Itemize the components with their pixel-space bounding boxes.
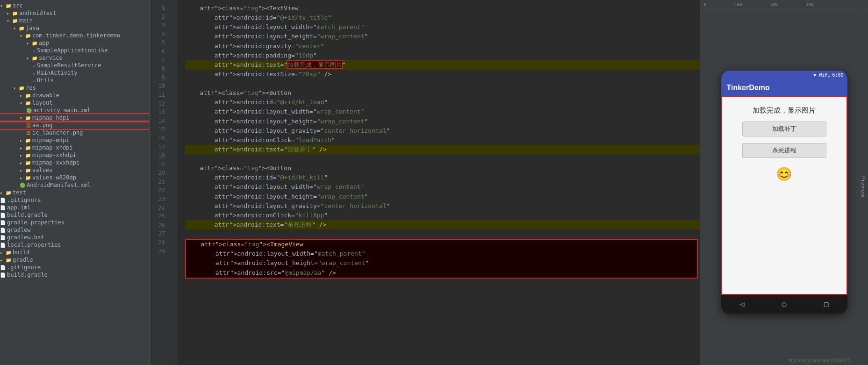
tree-label-com: com.tinker.demo.tinkerdemo [32, 32, 120, 39]
tree-item-main[interactable]: ▾ 📁main [0, 17, 149, 24]
ruler: 0 100 200 300 [700, 0, 868, 9]
code-line-22: attr">android:layout_gravity="center_hor… [185, 201, 700, 211]
tree-label-build_gradle: build.gradle [7, 212, 48, 218]
file-tree[interactable]: ▾ 📁src▸ 📁androidTest▾ 📁main▾ 📁java▾ 📁com… [0, 0, 150, 365]
tree-item-androidTest[interactable]: ▸ 📁androidTest [0, 9, 149, 17]
nav-home-icon[interactable]: ○ [782, 300, 787, 308]
nav-back-icon[interactable]: ◁ [740, 300, 745, 308]
tree-label-gitignore1: .gitignore [7, 197, 41, 203]
tree-item-build_gradle2[interactable]: 📄 build.gradle [0, 271, 149, 279]
tree-icon-service: ▾ 📁 [26, 56, 37, 61]
tree-item-build_gradle[interactable]: 📄 build.gradle [0, 211, 149, 219]
code-line-1: attr">class="tag"><TextView [185, 4, 700, 13]
tree-item-gradle_properties[interactable]: 📄 gradle.properties [0, 219, 149, 226]
tree-label-app: app [39, 40, 49, 46]
tree-icon-gradlew_bat: 📄 [0, 235, 6, 240]
tree-item-utils[interactable]: ☕ Utils [0, 77, 149, 84]
phone-mockup: ▼ WiFi 6:00 TinkerDemo 加载完成，显示图片 加载补丁 杀死… [721, 71, 847, 314]
tree-item-app_iml[interactable]: 📄 app.iml [0, 204, 149, 211]
tree-icon-gitignore2: 📄 [0, 265, 6, 270]
code-line-23: attr">android:onClick="killApp" [185, 211, 700, 220]
tree-item-local_properties[interactable]: 📄 local.properties [0, 241, 149, 249]
tree-item-activity_main_xml[interactable]: 🟢 activity_main.xml [0, 107, 149, 114]
tree-item-gitignore2[interactable]: 📄 .gitignore [0, 264, 149, 271]
tree-item-aa_png[interactable]: 🖼 aa.png [0, 122, 149, 129]
tree-item-mipmap_hdpi[interactable]: ▾ 📁mipmap-hdpi [0, 114, 149, 122]
tree-icon-androidTest: ▸ 📁 [7, 11, 18, 16]
phone-button-kill[interactable]: 杀死进程 [742, 143, 826, 158]
tree-label-sampleapplicationlike: SampleApplicationLike [37, 47, 108, 54]
code-line-6: attr">android:padding="10dp" [185, 51, 700, 60]
tree-label-build_folder: build [13, 249, 29, 256]
tree-item-mipmap_xxxhdpi[interactable]: ▸ 📁mipmap-xxxhdpi [0, 159, 149, 166]
tree-label-service: service [39, 55, 63, 61]
nav-recent-icon[interactable]: □ [824, 300, 829, 308]
tree-item-src[interactable]: ▾ 📁src [0, 2, 149, 9]
tree-icon-mipmap_xxhdpi: ▸ 📁 [20, 153, 31, 158]
code-line-29: attr">android:src="@mipmap/aa" /> [186, 268, 697, 278]
code-line-12: attr">android:layout_width="wrap_content… [185, 107, 700, 116]
tree-item-test[interactable]: ▸ 📁test [0, 189, 149, 196]
tree-item-java[interactable]: ▾ 📁java [0, 24, 149, 32]
gutter [168, 0, 178, 365]
tree-label-sampleresultservice: SampleResultService [37, 62, 101, 69]
preview-label: Preview [861, 176, 866, 198]
tree-item-build_folder[interactable]: ▸ 📁build [0, 249, 149, 256]
tree-item-mipmap_mdpi[interactable]: ▸ 📁mipmap-mdpi [0, 136, 149, 144]
tree-item-mipmap_xhdpi[interactable]: ▸ 📁mipmap-xhdpi [0, 144, 149, 151]
tree-label-app_iml: app.iml [7, 204, 31, 211]
tree-item-gradlew_bat[interactable]: 📄 gradlew.bat [0, 234, 149, 241]
tree-icon-gitignore1: 📄 [0, 198, 6, 203]
tree-item-service[interactable]: ▾ 📁service [0, 54, 149, 62]
code-line-27: attr">android:layout_width="match_parent… [186, 249, 697, 258]
tree-icon-res: ▾ 📁 [13, 86, 24, 91]
code-lines[interactable]: attr">class="tag"><TextView attr">androi… [178, 0, 700, 365]
bottom-url: http://blog.csdn.net/b1006022... [789, 358, 854, 363]
tree-icon-gradle_properties: 📄 [0, 220, 6, 225]
tree-item-com[interactable]: ▾ 📁com.tinker.demo.tinkerdemo [0, 32, 149, 39]
tree-icon-build_gradle: 📄 [0, 213, 6, 218]
tree-item-values_w820dp[interactable]: ▸ 📁values-w820dp [0, 174, 149, 181]
tree-label-utils: Utils [37, 77, 54, 84]
tree-item-app[interactable]: ▾ 📁app [0, 39, 149, 47]
code-line-21: attr">android:layout_height="wrap_conten… [185, 192, 700, 201]
tree-icon-values_w820dp: ▸ 📁 [20, 175, 31, 180]
tree-label-res: res [26, 85, 36, 91]
tree-item-androidmanifest[interactable]: 🟢 AndroidManifest.xml [0, 181, 149, 189]
preview-area: ▼ WiFi 6:00 TinkerDemo 加载完成，显示图片 加载补丁 杀死… [700, 9, 868, 365]
code-editor: 1234567891011121314151617181920212223242… [150, 0, 700, 365]
tree-icon-sampleresultservice: ☕ [33, 63, 36, 68]
code-line-19: attr">android:id="@+id/bt_kill" [185, 173, 700, 182]
tree-item-ic_launcher_png[interactable]: 🖼 ic_launcher.png [0, 129, 149, 136]
tree-label-gradlew_bat: gradlew.bat [7, 234, 44, 241]
tree-item-values[interactable]: ▸ 📁values [0, 166, 149, 174]
tree-icon-build_folder: ▸ 📁 [0, 250, 11, 255]
tree-icon-mipmap_xxxhdpi: ▸ 📁 [20, 160, 31, 165]
tree-label-androidmanifest: AndroidManifest.xml [27, 182, 91, 188]
tree-item-drawable[interactable]: ▸ 📁drawable [0, 92, 149, 99]
tree-icon-main: ▾ 📁 [7, 18, 18, 23]
tree-item-mipmap_xxhdpi[interactable]: ▸ 📁mipmap-xxhdpi [0, 151, 149, 159]
tree-icon-com: ▾ 📁 [20, 33, 31, 38]
tree-icon-build_gradle2: 📄 [0, 272, 6, 278]
tree-item-mainactivity[interactable]: ☕ MainActivity [0, 69, 149, 77]
tree-icon-drawable: ▸ 📁 [20, 93, 31, 98]
app-bar-title: TinkerDemo [727, 84, 770, 92]
tree-label-local_properties: local.properties [7, 242, 61, 248]
tree-item-sampleapplicationlike[interactable]: ☕ SampleApplicationLike [0, 47, 149, 54]
tree-item-gradlew[interactable]: 📄 gradlew [0, 226, 149, 234]
code-line-20: attr">android:layout_width="wrap_content… [185, 182, 700, 192]
tree-item-layout[interactable]: ▾ 📁layout [0, 99, 149, 107]
code-line-26: attr">class="tag"><ImageView [186, 240, 697, 249]
tree-icon-mipmap_xhdpi: ▸ 📁 [20, 145, 31, 150]
tree-item-res[interactable]: ▾ 📁res [0, 84, 149, 92]
tree-item-sampleresultservice[interactable]: ☕ SampleResultService [0, 62, 149, 69]
tree-icon-values: ▸ 📁 [20, 168, 31, 173]
tree-item-gradle_folder[interactable]: ▸ 📁gradle [0, 256, 149, 264]
tree-label-mainactivity: MainActivity [37, 70, 78, 76]
code-line-10: attr">class="tag"><Button [185, 88, 700, 98]
tree-label-mipmap_xhdpi: mipmap-xhdpi [32, 144, 73, 151]
tree-label-values_w820dp: values-w820dp [32, 174, 76, 181]
phone-button-load[interactable]: 加载补丁 [742, 122, 826, 136]
tree-item-gitignore1[interactable]: 📄 .gitignore [0, 196, 149, 204]
